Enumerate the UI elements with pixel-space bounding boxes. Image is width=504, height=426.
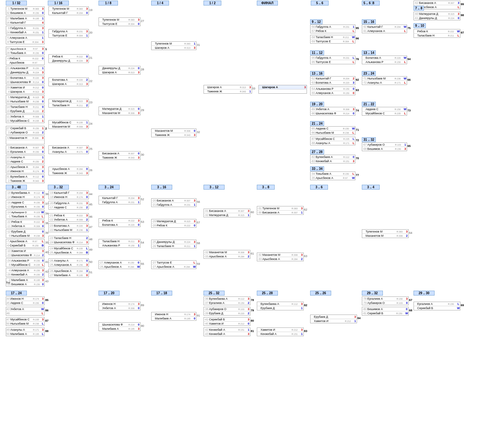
match19-num: 19 <box>89 8 92 12</box>
lb-r2-51-num: 51 <box>89 271 92 274</box>
lb-r2-51: -26Арысбеков АR:2843 -27Малибаев АR:1950 <box>48 269 89 277</box>
lb-r7-header: 3 .. 6 <box>310 185 328 190</box>
lb-match38-num: 38 <box>45 222 48 225</box>
place3334-score: 77 <box>356 173 359 177</box>
b-match-67: -78Ергалиев АR:1503 -79Аубакиров ОR:1030 <box>362 296 409 305</box>
lb-r4-57: -29Матмуратов ДR:3153 -28Рябов КR:2220 <box>151 219 196 228</box>
place1316-score1: 92 <box>356 78 359 81</box>
b-match-79: -38Аубакиров ОR:1033 -39Ерубаев ДR:2202 <box>204 307 250 316</box>
match-5: 37Арысбеков АR:973 28Токыбаев АR:1500 <box>6 47 45 55</box>
lower-header-4: 3 .. 16 <box>151 185 172 190</box>
match-1: 1Тулегенов МR:3833 32Бешимов АR:1500 <box>6 6 45 15</box>
section-9-10-right: 9 .. 10 <box>414 23 426 28</box>
match13-result: 2 <box>45 127 47 130</box>
lb-r6-63: -32Маханетов МR:3083 -33Арысбеков АR:284… <box>257 253 304 261</box>
b-match88-num: 88 <box>45 329 48 333</box>
lb-match-39: -12Ерубаев Д0 -9Ныгызбаев МR:2363 <box>6 229 45 238</box>
lb-r3-55: -27Алмуханов АR:1500 -26Арысбеков АR:284… <box>99 260 141 269</box>
lb-r3-52: Калынтай ГR:2043 Габдулла АR:2311 <box>99 196 141 204</box>
bottom-header-1: 17 .. 24 <box>6 291 27 296</box>
r2-match-21: Рябов КR:2220 Даниярулы ДR:2243 <box>48 54 89 63</box>
section-19-20: 19 .. 20 <box>310 102 324 107</box>
lb-r2-49: -24Мусайбеков СR:235L -25Арысбеков АR:28… <box>48 246 89 255</box>
lb-match-36: -18Булекбаева АR:1120 -14Иженов НR:1743 <box>6 191 45 199</box>
lb-match42-num: 42 <box>45 270 48 273</box>
match-17: 15Арысбеков АR:2843 18Иженов НR:1740 <box>6 165 45 173</box>
r4-match-31: Тулегенов МR:3831 Шагиров АR:3133 <box>151 41 196 50</box>
r3-match-27: Тулегенов МR:3833 Талтусов ЕR:3040 <box>99 17 141 26</box>
semi-match-33: Шагиров АR:3133 Тажкеев ЖR:3431 <box>204 85 252 94</box>
match-8: 13Болатова АR:2203 20Шынасилова ФR:2140 <box>6 76 45 84</box>
match26-num: 26 <box>89 169 92 172</box>
bottom-header-4: 25 .. 32 <box>204 291 225 296</box>
place912-score1: 95 <box>356 26 359 30</box>
section-21-22: 21 .. 22 <box>362 102 376 107</box>
match20-num: 20 <box>89 31 92 34</box>
lb-r3-53: Рябов КR:2223 Болатова АR:2200 <box>99 218 141 227</box>
lb-r7-64: Тулегенов МR:3833 Маханетов МR:3082 <box>362 229 409 238</box>
lb-r4-56: -20Бисаканов АR:3073 -21Габдулла АR:2311 <box>151 198 196 207</box>
lb-r2-48-num: 48 <box>89 238 92 241</box>
place-7-8-right: -60Матмуратов ДR:3153 -61Даниярулы ДR:22… <box>414 12 460 20</box>
lb-match-41: -24Альжанова РR:1500 -8Мусайбеков СR:235… <box>6 258 45 267</box>
lb-r2-45: -20Габдулла АR:2313 -17Авдеев СR:1502 <box>48 201 89 210</box>
lb-r2-49-num: 49 <box>89 248 92 251</box>
lb-r3-55-num: 55 <box>141 262 144 265</box>
section-7-8-right: 7 .. 8 <box>414 6 424 11</box>
b-match-91: Иженов НR:1743 Малибаев АR:1950 <box>151 312 196 321</box>
lb-match37-num: 37 <box>45 202 48 205</box>
match21-num: 21 <box>89 56 92 59</box>
place-19-20-a: -89Унбетов АR:3083 -90Шынасилова ФR:2140 <box>310 107 355 116</box>
lb-r2-44-num: 44 <box>89 192 92 196</box>
lb-match35-num: 35 <box>45 241 48 244</box>
lb-r2-50: -26Аханулы АR:1710 -25Алмуханов АR:1503 <box>48 258 89 267</box>
lb-r5-60: -31Бисаканов АR:3073 -32Матмуратов ДR:31… <box>204 209 250 217</box>
b-match68-num: 68 <box>409 309 412 312</box>
section-9-12: 9 .. 12 <box>310 19 322 24</box>
round-header-r3: 1 / 8 <box>99 1 118 5</box>
place3132-score: 65 <box>407 144 411 148</box>
round-header-r5: 1 / 2 <box>204 1 221 5</box>
bottom-header-5: 25 .. 28 <box>257 291 278 296</box>
place78-num: 98 <box>461 14 464 17</box>
lb-match36-num: 36 <box>45 192 48 196</box>
b-match90-num: 90 <box>141 324 144 327</box>
b-match85-num: 85 <box>45 298 48 302</box>
lb-match-37: -16Авдеев СR:1503 -13Ергалиев АR:1500 <box>6 200 45 209</box>
place-9-12-a: -56Габдулла АR:2311 -57Рябов КL <box>310 25 355 33</box>
match-12: 11Унбетов АR:3081 22Мусайбеков СR:2351 <box>6 114 45 123</box>
place1920-score: 74 <box>356 109 359 112</box>
b-match-90: Шынасилова ФR:2140 Малибаев АR:1953 <box>99 322 141 331</box>
match5-result: 1 <box>45 47 47 51</box>
lb-r5-60-num: 60 <box>251 211 254 214</box>
b-match69-num: 69 <box>461 304 464 307</box>
section-21-24: 21 .. 24 <box>310 121 324 126</box>
place-9-10-right: Рябов КR:222W Таласбаев НR:211L <box>414 29 460 38</box>
section-11-12: 11 .. 12 <box>310 50 324 55</box>
r2-match-25: Бисаканов АR:3073 Аханулы АR:1710 <box>48 145 89 154</box>
lb-r6-62-num: 62 <box>304 208 307 211</box>
lb-match-38: -22Рябов КR:2223 -11Унбетов АR:3080 <box>6 220 45 228</box>
b-match-85: 44Иженов НR:1743 45Авдеев СR:1500 <box>6 296 45 305</box>
place2728-score1: 70 <box>356 157 359 160</box>
r3-match-30: Бисаканов АR:3070 Тажкеев ЖR:3433 <box>99 151 141 160</box>
place2324-score: 66 <box>407 78 411 81</box>
b-match89-num: 89 <box>141 304 144 307</box>
lb-r4-59-num: 59 <box>197 262 200 265</box>
section-23-24: 23 .. 24 <box>362 71 376 76</box>
match-18: 31Булекбаев АR:1120 2Тажкеев ЖR:3433 <box>6 174 45 183</box>
section-5-6-right: 5 .. 6 <box>362 1 372 5</box>
tot-label: Tot <box>6 281 10 284</box>
lb-r4-59: -27Талтусов ЕL -27Арысбеков АR:284W <box>151 260 196 269</box>
section-15-16: 15 .. 16 <box>362 19 376 24</box>
place1516-score: 75 <box>407 26 411 30</box>
lb-r2-46: -21Рябов КR:2223 -22Унбетов АR:3082 <box>48 213 89 222</box>
lower-header-3: 3 .. 24 <box>99 185 120 190</box>
r2-match-26: Арысбеков АR:2840 Тажкеев ЖR:3433 <box>48 167 89 175</box>
b-match-86: 43Унбетов АW 46L <box>6 307 45 316</box>
bottom-header-8: 29 .. 30 <box>414 291 435 296</box>
place910-num: 97 <box>461 31 464 34</box>
match-10: 5Матмуратов ДR:3153 30Ныгызбаев МR:2360 <box>6 95 45 104</box>
lb-r3-53-num: 53 <box>141 220 144 223</box>
lb-match-40: -10Хамитов И3 -23Шынасилова ФR:2142 <box>6 249 45 257</box>
